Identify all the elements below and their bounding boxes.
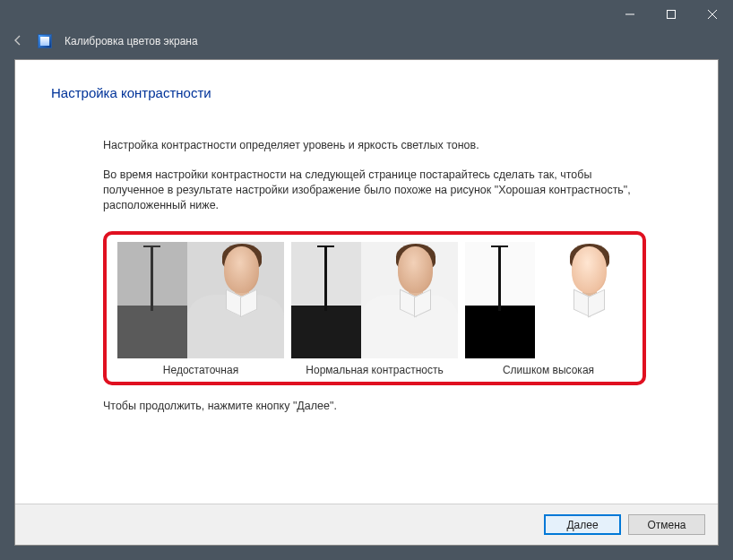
next-button-label: Далее xyxy=(566,519,598,531)
cancel-button-label: Отмена xyxy=(647,519,686,531)
cancel-button[interactable]: Отмена xyxy=(628,514,705,535)
next-button[interactable]: Далее xyxy=(544,514,621,535)
thumb-high xyxy=(465,242,632,358)
samples-row xyxy=(117,242,632,358)
thumb-low xyxy=(117,242,284,358)
paragraph-continue: Чтобы продолжить, нажмите кнопку "Далее"… xyxy=(103,400,646,412)
header-bar: Калибровка цветов экрана xyxy=(0,29,733,54)
wizard-body: Настройка контрастности Настройка контра… xyxy=(15,60,718,504)
samples-labels: Недостаточная Нормальная контрастность С… xyxy=(117,364,632,376)
sample-normal-contrast xyxy=(291,242,458,358)
body-text: Настройка контрастности определяет урове… xyxy=(103,138,646,412)
svg-rect-1 xyxy=(668,11,676,19)
paragraph-intro: Настройка контрастности определяет урове… xyxy=(103,138,646,153)
back-arrow-icon[interactable] xyxy=(11,33,25,50)
thumb-normal xyxy=(291,242,458,358)
window-root: Калибровка цветов экрана Настройка контр… xyxy=(0,0,733,560)
label-low: Недостаточная xyxy=(117,364,284,376)
titlebar xyxy=(0,0,733,29)
maximize-button[interactable] xyxy=(651,0,692,29)
label-normal: Нормальная контрастность xyxy=(291,364,458,376)
button-bar: Далее Отмена xyxy=(15,504,718,545)
minimize-button[interactable] xyxy=(609,0,651,29)
app-icon xyxy=(38,34,52,48)
samples-highlight-box: Недостаточная Нормальная контрастность С… xyxy=(103,231,646,385)
wizard-frame: Настройка контрастности Настройка контра… xyxy=(14,59,719,546)
close-button[interactable] xyxy=(692,0,733,29)
label-high: Слишком высокая xyxy=(465,364,632,376)
sample-low-contrast xyxy=(117,242,284,358)
page-title: Настройка контрастности xyxy=(51,85,682,100)
app-title: Калибровка цветов экрана xyxy=(65,35,198,47)
paragraph-instructions: Во время настройки контрастности на след… xyxy=(103,168,646,213)
sample-high-contrast xyxy=(465,242,632,358)
